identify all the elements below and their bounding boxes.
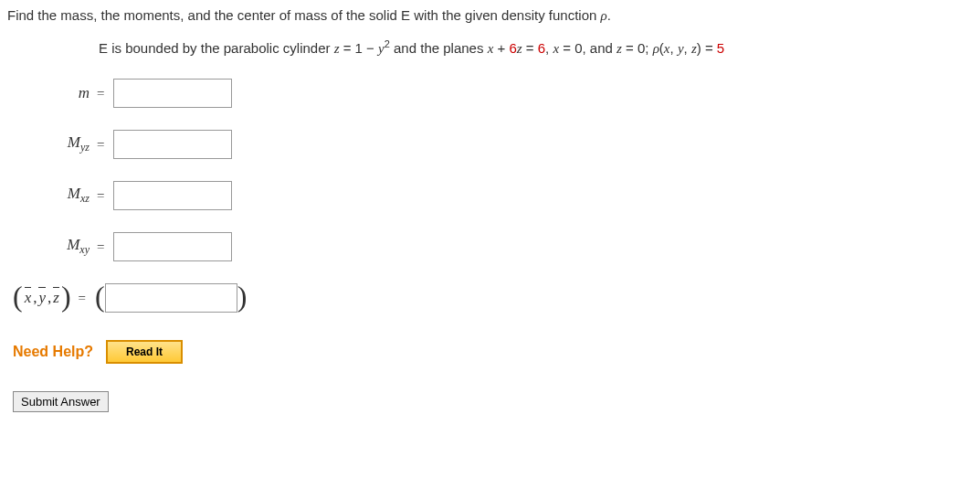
eq2-plus: + — [493, 40, 509, 56]
equals: = — [97, 86, 104, 101]
cm-c2: , — [47, 289, 51, 307]
rho-val: 5 — [717, 40, 724, 56]
center-mass-row: ( x, y, z ) = ( ) — [13, 283, 973, 313]
mxy-sub: xy — [79, 244, 90, 257]
question-intro: Find the mass, the moments, and the cent… — [7, 7, 973, 24]
rho-fn: ρ — [653, 41, 659, 56]
need-help-row: Need Help? Read It — [13, 340, 973, 364]
problem-description: E is bounded by the parabolic cylinder z… — [99, 38, 973, 57]
mass-row: m = — [35, 79, 973, 108]
mxz-label: Mxz — [35, 185, 90, 206]
zbar: z — [53, 289, 59, 307]
cm-c1: , — [33, 289, 37, 307]
mass-input[interactable] — [113, 79, 232, 108]
mxz-row: Mxz = — [35, 181, 973, 210]
ybar: y — [38, 289, 46, 307]
desc-p2: and the planes — [390, 40, 488, 56]
mxz-sub: xz — [80, 193, 90, 206]
open-paren-1: ( — [13, 281, 23, 311]
desc-p1: E is bounded by the parabolic cylinder — [99, 40, 334, 56]
eq1-mid: = 1 − — [340, 40, 379, 56]
close-paren-2: ) — [237, 281, 248, 311]
eq3-rest: = 0, and — [559, 40, 616, 56]
mxy-m: M — [67, 236, 79, 253]
open-paren-2: ( — [95, 281, 105, 311]
xbar: x — [25, 289, 32, 307]
equals: = — [97, 239, 104, 255]
eq1-y: y — [378, 41, 385, 56]
period: . — [607, 7, 611, 23]
rho-y: y — [678, 41, 684, 56]
mxy-input[interactable] — [113, 232, 232, 261]
equals: = — [79, 291, 86, 306]
myz-input[interactable] — [113, 130, 232, 159]
intro-text: Find the mass, the moments, and the cent… — [7, 7, 601, 23]
rho-x: x — [664, 41, 670, 56]
rho-c1: , — [670, 40, 678, 56]
eq2-val: 6 — [538, 40, 545, 56]
read-it-button[interactable]: Read It — [106, 340, 183, 364]
equals: = — [97, 137, 104, 153]
myz-row: Myz = — [35, 130, 973, 159]
mxy-label: Mxy — [35, 236, 90, 257]
mass-label: m — [35, 84, 90, 102]
center-mass-label: ( x, y, z ) — [13, 283, 71, 313]
eq2-coef: 6 — [509, 40, 516, 56]
mxz-input[interactable] — [113, 181, 232, 210]
rho-symbol: ρ — [601, 8, 607, 23]
close-paren-1: ) — [61, 281, 71, 311]
submit-answer-button[interactable]: Submit Answer — [13, 391, 109, 412]
mxz-m: M — [68, 185, 80, 202]
myz-m: M — [68, 133, 80, 151]
mxy-row: Mxy = — [35, 232, 973, 261]
equals: = — [97, 188, 104, 204]
eq2-eq: = — [522, 40, 538, 56]
myz-label: Myz — [35, 133, 90, 154]
eq4-rest: = 0; — [622, 40, 653, 56]
center-mass-input[interactable] — [105, 283, 237, 313]
need-help-label: Need Help? — [13, 344, 93, 360]
myz-sub: yz — [80, 142, 90, 154]
rho-c2: , — [684, 40, 691, 56]
rho-eq: = — [701, 40, 717, 56]
